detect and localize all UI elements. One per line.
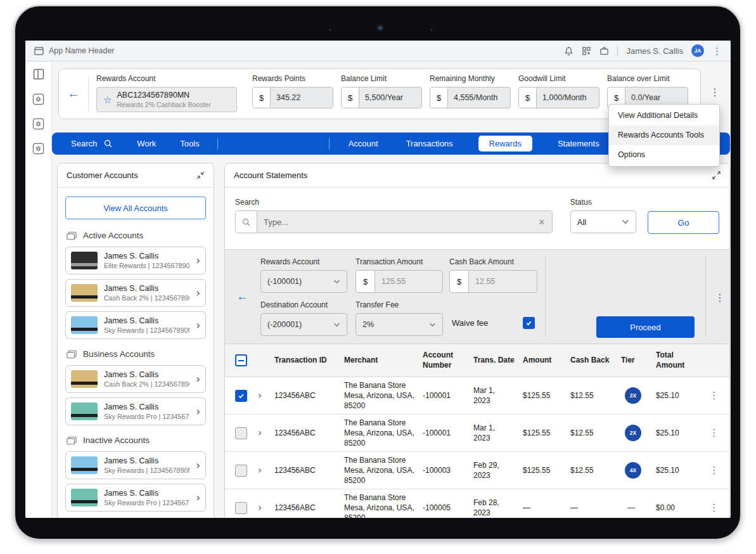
tab-statements[interactable]: Statements [558, 139, 599, 148]
transfer-fee-select[interactable]: 2% [356, 313, 443, 336]
card-detail: Sky Rewards | 1234567890MSP [104, 326, 189, 334]
destination-account-select-field: Destination Account (-200001) [260, 300, 347, 336]
nav-tools[interactable]: Tools [180, 139, 199, 148]
menu-item-rewards-accounts-tools[interactable]: Rewards Accounts Tools [609, 126, 719, 145]
user-menu-kebab-icon[interactable]: ⋮ [712, 46, 722, 56]
context-menu: View Additional Details Rewards Accounts… [608, 104, 720, 167]
search-toolbar: Search ✕ Status All [225, 188, 729, 249]
row-menu-kebab-icon[interactable]: ⋮ [705, 502, 723, 513]
view-all-accounts-button[interactable]: View All Accounts [65, 196, 206, 219]
form-back-arrow-icon[interactable]: ← [236, 290, 248, 304]
tab-account[interactable]: Account [349, 139, 378, 148]
card-thumbnail [71, 252, 98, 269]
status-label: Status [570, 198, 636, 207]
cell-trans-date: Feb 28, 2023 [473, 498, 510, 518]
waive-fee-label: Waive fee [452, 318, 488, 328]
chevron-right-icon: › [196, 255, 200, 266]
cell-total-amount: $25.10 [656, 428, 705, 438]
cell-account-number: -100001 [423, 390, 473, 401]
collapse-icon[interactable] [196, 171, 205, 180]
panel-layout-icon[interactable] [32, 67, 46, 81]
chevron-right-icon: › [196, 374, 200, 385]
expand-icon[interactable] [712, 171, 721, 180]
row-menu-kebab-icon[interactable]: ⋮ [705, 390, 723, 401]
back-arrow-icon[interactable]: ← [68, 87, 80, 101]
cell-amount: $125.55 [523, 465, 570, 475]
account-card[interactable]: James S. CallisSky Rewards | 1234567890M… [65, 311, 206, 339]
account-card[interactable]: James S. CallisSky Rewards Pro | 1234567… [65, 397, 206, 425]
card-detail: Sky Rewards | 1234567890MSP [104, 467, 189, 474]
card-thumbnail [71, 489, 98, 506]
card-thumbnail [71, 456, 98, 474]
rewards-account-label: Rewards Account [96, 74, 237, 83]
row-menu-kebab-icon[interactable]: ⋮ [705, 427, 723, 439]
menu-item-view-additional-details[interactable]: View Additional Details [609, 106, 719, 126]
account-card[interactable]: James S. CallisElite Rewards | 123456789… [65, 247, 206, 274]
col-cash-back: Cash Back [570, 356, 621, 366]
row-checkbox[interactable] [235, 502, 247, 514]
cell-total-amount: $25.10 [656, 390, 705, 401]
row-expand-icon[interactable]: › [258, 502, 274, 513]
card-holder-name: James S. Callis [104, 252, 189, 261]
nav-work[interactable]: Work [137, 139, 156, 148]
status-select[interactable]: All [570, 210, 636, 233]
cell-transaction-id: 123456ABC [274, 465, 344, 475]
menu-item-options[interactable]: Options [609, 145, 719, 165]
settings-gear-icon[interactable] [32, 92, 46, 106]
settings-gear-icon[interactable] [32, 117, 46, 131]
tier-badge: 2X [625, 387, 641, 404]
cash-back-amount-value[interactable]: 12.55 [469, 271, 537, 292]
row-expand-icon[interactable]: › [258, 390, 274, 401]
row-expand-icon[interactable]: › [258, 427, 274, 439]
card-detail: Elite Rewards | 1234567890ABC [104, 262, 189, 269]
account-card[interactable]: James S. CallisCash Back 2% | 1234567890… [65, 279, 206, 307]
cell-trans-date: Feb 29, 2023 [473, 460, 510, 480]
row-checkbox[interactable] [235, 465, 247, 477]
rewards-account-selector[interactable]: ☆ ABC1234567890MN Rewards 2% Cashback Bo… [96, 87, 237, 112]
currency-prefix: $ [253, 87, 271, 108]
waive-fee-checkbox[interactable] [523, 317, 535, 329]
table-row: › 123456ABC The Banana Store Mesa, Arizo… [225, 377, 729, 415]
account-card[interactable]: James S. CallisSky Rewards | 1234567890M… [65, 451, 206, 479]
cell-tier: — [627, 503, 656, 512]
nav-search[interactable]: Search [71, 139, 113, 148]
col-amount: Amount [523, 356, 570, 366]
tab-transactions[interactable]: Transactions [406, 139, 453, 148]
rewards-header-kebab-icon[interactable]: ⋮ [710, 86, 720, 98]
row-checkbox[interactable] [235, 390, 247, 402]
account-card[interactable]: James S. CallisSky Rewards Pro | 1234567… [65, 484, 206, 512]
nav-divider [329, 138, 330, 150]
row-menu-kebab-icon[interactable]: ⋮ [705, 465, 723, 476]
search-icon [236, 211, 257, 233]
app-grid-icon[interactable] [582, 46, 591, 56]
go-button[interactable]: Go [648, 211, 719, 234]
select-all-checkbox[interactable] [235, 354, 247, 366]
avatar[interactable]: JA [691, 44, 704, 57]
account-statements-panel: Account Statements Search ✕ [224, 163, 730, 518]
tablet-frame: App Name Header James S. Callis JA ⋮ [14, 5, 741, 540]
clear-search-icon[interactable]: ✕ [532, 211, 552, 233]
search-input[interactable] [257, 211, 532, 233]
transaction-amount-value[interactable]: 125.55 [375, 271, 442, 292]
bell-icon[interactable] [564, 46, 573, 56]
star-icon: ☆ [103, 95, 112, 105]
divider [617, 46, 618, 56]
row-expand-icon[interactable]: › [258, 465, 274, 476]
destination-account-select[interactable]: (-200001) [260, 313, 347, 336]
cell-total-amount: $25.10 [656, 465, 705, 475]
settings-gear-icon[interactable] [32, 141, 46, 155]
rewards-account-select[interactable]: (-100001) [260, 270, 347, 293]
rewards-points-value: 345.22 [271, 87, 333, 108]
search-icon [103, 139, 113, 148]
chevron-right-icon: › [196, 406, 200, 417]
front-camera [376, 23, 385, 32]
cell-cash-back: — [570, 503, 621, 513]
proceed-button[interactable]: Proceed [596, 316, 695, 338]
chevron-right-icon: › [196, 493, 200, 503]
briefcase-icon[interactable] [599, 46, 609, 56]
chevron-right-icon: › [196, 320, 200, 331]
row-checkbox[interactable] [235, 427, 247, 439]
account-card[interactable]: James S. CallisCash Back 2% | 1234567890… [65, 365, 206, 393]
form-kebab-icon[interactable]: ⋮ [715, 292, 725, 304]
tab-rewards-active[interactable]: Rewards [478, 136, 532, 151]
